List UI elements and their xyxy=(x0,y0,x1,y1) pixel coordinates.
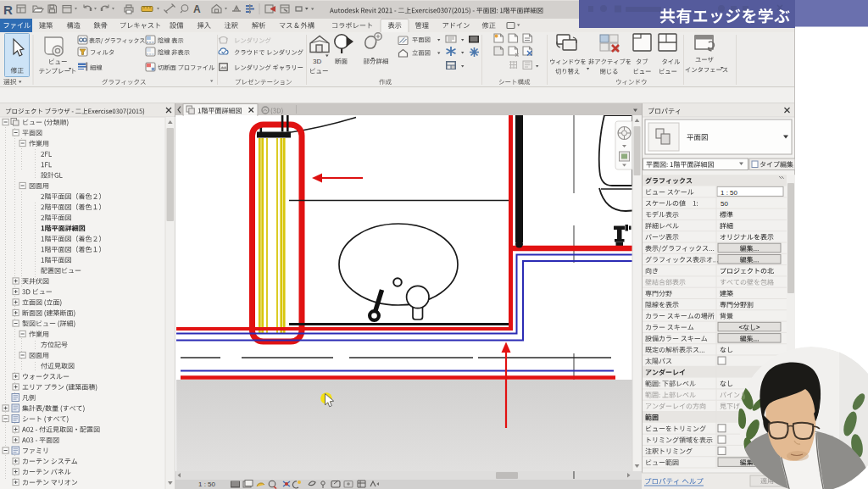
svg-text:R: R xyxy=(3,3,13,17)
svg-text:3D: 3D xyxy=(313,58,321,65)
svg-text:A: A xyxy=(193,3,201,15)
svg-text:50: 50 xyxy=(721,200,728,208)
svg-text:1 : 50: 1 : 50 xyxy=(721,189,738,197)
svg-text:1 : 50: 1 : 50 xyxy=(198,481,216,488)
